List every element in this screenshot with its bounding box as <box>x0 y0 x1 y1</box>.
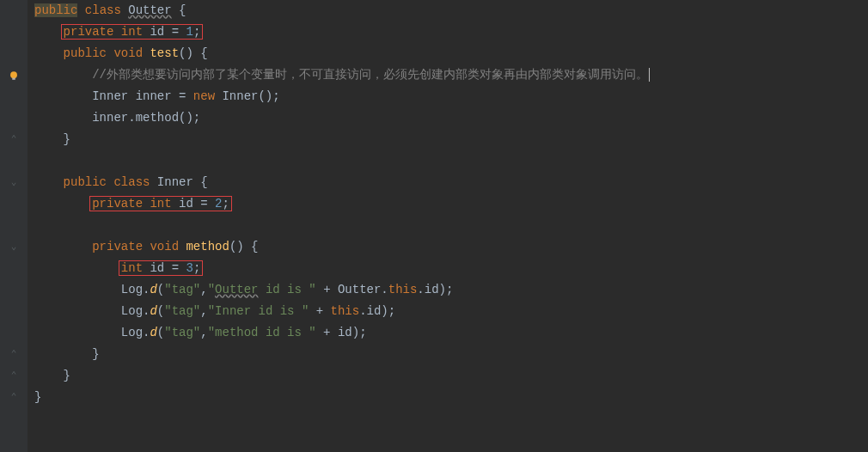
string-literal: "tag" <box>164 304 200 318</box>
identifier: id <box>150 25 164 39</box>
code-line[interactable]: ⌃ } <box>0 129 650 150</box>
code-line[interactable]: ⌃ } <box>0 344 650 365</box>
brace: } <box>92 347 99 361</box>
highlight-box: int id = 3; <box>119 260 203 276</box>
string-literal: Outter <box>215 283 258 296</box>
keyword-new: new <box>193 89 215 103</box>
keyword-private: private <box>92 197 143 211</box>
paren: ( <box>157 283 164 296</box>
keyword-public: public <box>34 3 77 17</box>
keyword-private: private <box>64 25 114 39</box>
class-name: Inner <box>157 175 193 189</box>
svg-rect-1 <box>12 77 15 79</box>
keyword-this: this <box>388 283 418 296</box>
brace: { <box>179 3 186 17</box>
keyword-void: void <box>150 240 179 253</box>
code-line[interactable]: Inner inner = new Inner(); <box>0 86 650 107</box>
code-line[interactable]: public void test() { <box>0 43 650 64</box>
code-text: + id); <box>316 326 367 339</box>
method-call: d <box>150 326 156 339</box>
paren: ( <box>157 326 164 339</box>
code-text: inner.method(); <box>92 111 200 125</box>
brace: { <box>193 175 208 189</box>
fold-marker[interactable]: ⌃ <box>11 393 17 402</box>
code-line[interactable]: ⌃ } <box>0 365 650 387</box>
semicolon: ; <box>223 197 229 211</box>
code-line[interactable]: private int id = 2; <box>0 193 650 215</box>
code-line[interactable]: public class Outter { <box>0 0 650 21</box>
identifier: id <box>179 197 193 211</box>
keyword-void: void <box>113 46 143 60</box>
class-ref: Log <box>121 304 143 318</box>
keyword-int: int <box>121 25 143 39</box>
code-line[interactable]: ⌄ public class Inner { <box>0 172 650 193</box>
code-line[interactable]: inner.method(); <box>0 107 650 129</box>
method-call: d <box>150 283 156 296</box>
code-line[interactable]: Log.d("tag","method id is " + id); <box>0 322 650 344</box>
operator: = <box>164 25 186 39</box>
brace: { <box>193 46 208 60</box>
string-literal: "tag" <box>164 326 200 339</box>
highlight-box: private int id = 1; <box>61 24 204 40</box>
comma: , <box>200 304 207 318</box>
code-text: .id); <box>359 304 395 318</box>
fold-marker[interactable]: ⌃ <box>11 135 17 144</box>
code-line[interactable]: private int id = 1; <box>0 21 650 43</box>
semicolon: ; <box>193 25 200 39</box>
code-line[interactable] <box>0 215 650 236</box>
parens: () <box>229 240 244 253</box>
code-text: + Outter. <box>316 283 388 296</box>
code-line[interactable]: ⌃ } <box>0 387 650 408</box>
class-ref: Log <box>121 283 143 296</box>
paren: ( <box>157 304 164 318</box>
keyword-int: int <box>150 197 171 211</box>
code-text: Inner(); <box>215 89 280 103</box>
brace: } <box>64 369 70 382</box>
code-line[interactable]: Log.d("tag","Inner id is " + this.id); <box>0 301 650 322</box>
code-editor[interactable]: public class Outter { private int id = 1… <box>0 0 650 408</box>
code-line[interactable]: int id = 3; <box>0 258 650 279</box>
highlight-box: private int id = 2; <box>89 196 232 211</box>
method-call: d <box>150 304 156 318</box>
class-name: Outter <box>128 3 171 17</box>
identifier: id <box>150 261 164 275</box>
fold-marker[interactable]: ⌄ <box>11 178 17 187</box>
number-literal: 1 <box>186 25 193 39</box>
semicolon: ; <box>193 261 200 275</box>
operator: = <box>193 197 215 211</box>
string-literal: "tag" <box>164 283 200 296</box>
code-line[interactable]: ⌄ private void method() { <box>0 236 650 258</box>
parens: () <box>179 46 193 60</box>
string-literal: " <box>208 283 215 296</box>
string-literal: id is " <box>259 283 316 296</box>
code-line[interactable]: //外部类想要访问内部了某个变量时，不可直接访问，必须先创建内部类对象再由内部类… <box>0 64 650 86</box>
brace: { <box>244 240 259 253</box>
comment: //外部类想要访问内部了某个变量时，不可直接访问，必须先创建内部类对象再由内部类… <box>92 68 648 82</box>
svg-point-0 <box>10 71 17 78</box>
lightbulb-icon[interactable] <box>8 70 20 82</box>
brace: } <box>64 132 70 146</box>
fold-marker[interactable]: ⌃ <box>11 371 17 381</box>
fold-marker[interactable]: ⌃ <box>11 350 17 359</box>
keyword-int: int <box>121 261 143 275</box>
number-literal: 2 <box>215 197 222 211</box>
text-cursor <box>649 68 650 82</box>
class-ref: Log <box>121 326 143 339</box>
code-line[interactable]: Log.d("tag","Outter id is " + Outter.thi… <box>0 279 650 301</box>
fold-marker[interactable]: ⌄ <box>11 242 17 252</box>
code-text: .id); <box>417 283 453 296</box>
code-line[interactable] <box>0 150 650 172</box>
method-name: test <box>150 46 179 60</box>
keyword-public: public <box>64 175 107 189</box>
number-literal: 3 <box>186 261 193 275</box>
operator: = <box>164 261 186 275</box>
code-text: Inner inner = <box>92 89 193 103</box>
code-text: + <box>309 304 330 318</box>
comma: , <box>200 326 207 339</box>
brace: } <box>34 390 41 404</box>
string-literal: "method id is " <box>208 326 316 339</box>
string-literal: "Inner id is " <box>208 304 309 318</box>
keyword-private: private <box>92 240 143 253</box>
method-name: method <box>186 240 229 253</box>
keyword-class: class <box>113 175 150 189</box>
